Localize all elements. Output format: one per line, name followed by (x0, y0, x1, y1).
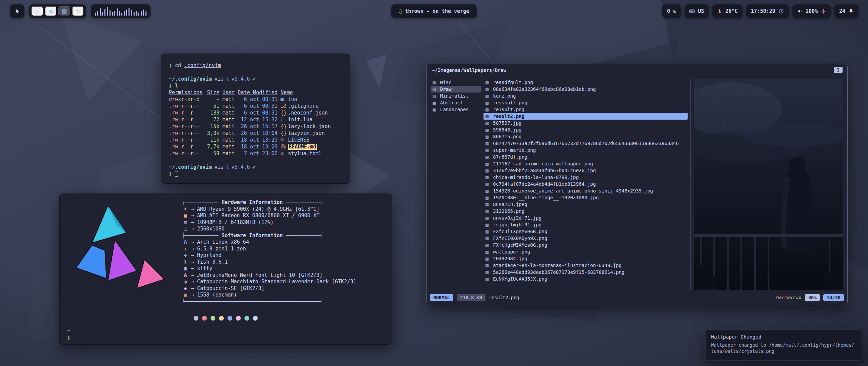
file-list-item-name: kurz.png (493, 93, 516, 99)
fetch-info-row: ❖→Hyprland (182, 252, 356, 259)
file-list-item[interactable]: ▨20492984.jpg (484, 255, 688, 262)
workspace-button-3[interactable]: ▤ (58, 6, 71, 16)
clock-module[interactable]: 17:50:29 (746, 4, 789, 18)
terminal-window-nvim[interactable]: ❯cd .config/nvim ~/.config/nvimvia☾v5.4.… (161, 54, 350, 184)
clock-value: 17:50:29 (751, 8, 775, 14)
sidebar-dir-minimalist[interactable]: ▤Minimalist (431, 93, 481, 99)
fetch-info-row: ◆→Catppuccin-SE [GTK2/3] (182, 285, 356, 292)
workspace-button-1[interactable]: ○ (31, 6, 43, 16)
visualizer-bar (114, 11, 115, 16)
file-list-item[interactable]: ▨0c794faf07de24a4db4d4fb1eb813964.jpg (484, 181, 688, 187)
notification-popup[interactable]: Wallpaper Changed Wallpaper changed to /… (705, 329, 862, 361)
sidebar-dir-landscapes[interactable]: ▤Landscapes (431, 106, 481, 113)
scroll-percent-badge: 36% (805, 294, 820, 301)
sidebar-dir-abstract[interactable]: ▤Abstract (431, 99, 481, 106)
file-list-item[interactable]: ▨atardecer-en-la-montanas-ilustracion-63… (484, 262, 688, 269)
file-list-item-name: re1sult.png (493, 106, 525, 113)
folder-icon: ▤ (433, 93, 440, 99)
fetch-info-value: 1558 (pacman) (197, 292, 237, 299)
shell-icon: ❯ (182, 259, 189, 266)
list-position-badge: 14/38 (823, 294, 844, 301)
image-file-icon: ▨ (486, 113, 493, 120)
workspace-button-4[interactable]: ✎ (72, 6, 84, 16)
tab-badge[interactable]: 1 (834, 67, 843, 73)
file-list-item[interactable]: ▨5a266e448add93deab367d87173e9f25-683788… (484, 269, 688, 276)
temperature-module[interactable]: 26°C (712, 4, 742, 18)
file-list-item[interactable]: ▨FXfcJlTXgAMvH6R.png (484, 228, 688, 235)
image-file-icon: ▨ (486, 181, 493, 187)
file-list-item[interactable]: ▨rsjqojlmjhf91.jpg (484, 221, 688, 228)
toml-icon: ⚙ (281, 150, 288, 157)
listing-row: .rw-r--r--183matt6 oct 00:31{}.neoconf.j… (169, 109, 342, 116)
file-list-item[interactable]: ▨nnvuv0xj2df71.jpg (484, 215, 688, 221)
file-list-item-name: 68747470733a2f2f696d616765732d7769786d70… (493, 140, 679, 147)
file-list-item[interactable]: ▨68747470733a2f2f696d616765732d7769786d7… (484, 140, 688, 147)
fetch-info-row: ▥→10948MiB / 64183MiB (17%) (182, 219, 356, 226)
fetch-terminal-window[interactable]: ┌─────────── Hardware Information ──────… (59, 194, 392, 345)
keyboard-layout-module[interactable]: US (685, 4, 709, 18)
palette-dot (219, 316, 224, 321)
arrow-icon: → (191, 226, 194, 232)
file-list-item[interactable]: ▨ressdfgult.png (484, 79, 688, 86)
check-icon: ✔ (253, 76, 256, 82)
visualizer-bar (126, 9, 127, 16)
file-list-item[interactable]: ▨re1sult.png (484, 106, 688, 113)
sidebar-dir-draw[interactable]: ▤Draw (431, 86, 481, 93)
file-list-item[interactable]: ▨FXfcHgcWIAMzs0G.png (484, 242, 688, 248)
file-list-item[interactable]: ▨217167-sad-anime-rain-wallpaper.png (484, 160, 688, 167)
json-icon: {} (281, 123, 288, 130)
file-list-item-name: resssult.png (493, 99, 527, 106)
visualizer-bar (110, 10, 111, 16)
arrow-icon: → (191, 239, 194, 246)
fetch-info-value: 10948MiB / 64183MiB (17%) (197, 219, 274, 226)
workspace-button-2[interactable]: ◉ (45, 6, 57, 16)
file-list-item[interactable]: ▨EeNKYgIUcAAJ5JX.png (484, 276, 688, 282)
markdown-icon: Ⓜ (281, 143, 288, 150)
file-list-item[interactable]: ▨08a634fa02a32364f69ebc86a98eb1eb.png (484, 86, 688, 93)
file-list-item[interactable]: ▨wallpaper.png (484, 248, 688, 255)
updates-module[interactable]: 0 ↻ (662, 4, 681, 18)
file-name: lazy-lock.json (288, 123, 331, 129)
os-icon: Λ (182, 239, 189, 246)
file-list-item[interactable]: ▨3126f7e9bbf21a8a4af0b67b041c6e26.jpg (484, 167, 688, 174)
file-list-item[interactable]: ▨19201080-__blue-tinge__-1920×1080.jpg (484, 194, 688, 201)
image-file-icon: ▨ (486, 140, 493, 147)
file-list-item[interactable]: ▨super-mario.png (484, 147, 688, 154)
hardware-information-header: ┌─────────── Hardware Information ──────… (182, 199, 356, 206)
sidebar-dir-misc[interactable]: ▤Misc (431, 79, 481, 86)
file-list-item[interactable]: ▨154928-odinokoe_anime-art-anime-okno-si… (484, 187, 688, 194)
bell-icon (848, 8, 854, 14)
file-manager-window[interactable]: ~/Imagenes/Wallpapers/Draw 1 ▤Misc▤Draw▤… (426, 64, 848, 305)
file-list-item[interactable]: ▨596848.jpg (484, 126, 688, 133)
file-list-item[interactable]: ▨8FKa7Cu.jpeg (484, 201, 688, 208)
file-list-item[interactable]: ▨3122955.png (484, 208, 688, 215)
file-list-item[interactable]: ▨FXfcII0X0AQyn9X.png (484, 235, 688, 242)
file-list-item-name: ressdfgult.png (493, 79, 533, 86)
visualizer-bar (143, 9, 144, 16)
folder-icon: ▤ (433, 86, 440, 93)
file-list-item[interactable]: ▨resssult.png (484, 99, 688, 106)
media-player-pill[interactable]: ♫ thrown - on the verge (391, 4, 477, 18)
volume-module[interactable]: 100% (792, 4, 831, 18)
file-name: lazyvim.json (288, 130, 324, 136)
sidebar-dir-label: Draw (440, 86, 452, 93)
fetch-info-row: Λ→Arch Linux x86_64 (182, 239, 356, 246)
launcher-button[interactable] (10, 4, 24, 18)
file-list-item[interactable]: ▨87r687df.png (484, 154, 688, 160)
file-name: lua (288, 96, 297, 102)
palette-dot (194, 316, 198, 321)
image-file-icon: ▨ (486, 194, 493, 201)
file-name: .neoconf.json (288, 110, 328, 116)
file-list-item[interactable]: ▨result2.png (484, 113, 688, 120)
fetch-info-value: kitty (197, 265, 212, 272)
file-list-item[interactable]: ▨866715.png (484, 133, 688, 140)
file-list-item-name: 596848.jpg (493, 126, 521, 133)
file-list-item[interactable]: ▨chica-mirando-la-luna-8799.jpg (484, 174, 688, 181)
file-list-item[interactable]: ▨587597.jpg (484, 120, 688, 126)
listing-row: .rw-r--r--59matt7 oct 23:06⚙stylua.toml (169, 150, 342, 157)
file-list-item[interactable]: ▨kurz.png (484, 93, 688, 99)
image-file-icon: ▨ (486, 160, 493, 167)
pane-divider (690, 79, 691, 290)
notifications-module[interactable]: 24 (834, 4, 859, 18)
json-icon: {} (281, 109, 288, 116)
